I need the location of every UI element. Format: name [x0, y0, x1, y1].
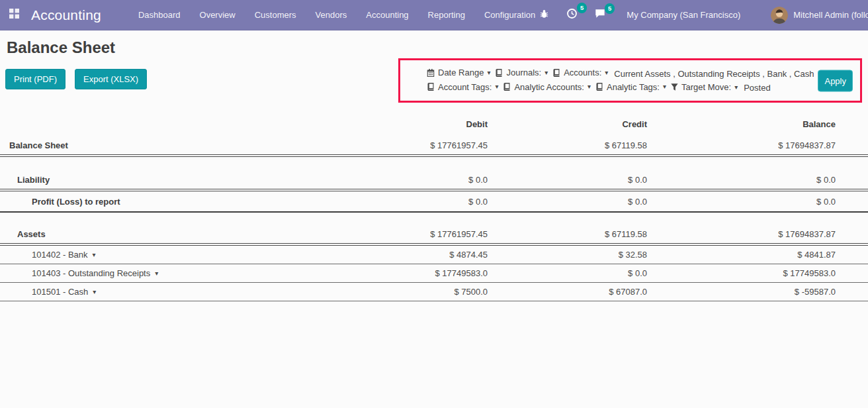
credit-cell: $ 32.58: [488, 250, 647, 260]
user-menu[interactable]: Mitchell Admin (followup): [771, 7, 868, 24]
debit-cell: $ 17761957.45: [402, 229, 488, 239]
credit-cell: $ 0.0: [488, 197, 647, 207]
user-name: Mitchell Admin (followup): [793, 10, 868, 20]
credit-cell: $ 67119.58: [488, 140, 647, 150]
table-spacer-row: [0, 213, 868, 225]
filter-target-move[interactable]: Target Move:▾: [671, 81, 738, 94]
nav-item-accounting[interactable]: Accounting: [366, 10, 408, 20]
filter-selected-value: Posted: [744, 83, 770, 93]
table-row: Assets$ 17761957.45$ 67119.58$ 17694837.…: [0, 225, 868, 246]
filter-label: Target Move:: [681, 81, 731, 94]
filter-options: Date Range▾Journals:▾Accounts:▾Current A…: [400, 66, 797, 95]
credit-cell: $ 0.0: [488, 268, 647, 278]
row-name-cell: 101403 - Outstanding Receipts▾: [0, 268, 402, 278]
debit-cell: $ 0.0: [402, 175, 488, 185]
filter-accounts[interactable]: Accounts:▾: [552, 66, 608, 79]
filter-label: Analytic Accounts:: [514, 81, 584, 94]
account-line-toggle[interactable]: 101403 - Outstanding Receipts▾: [32, 268, 158, 278]
book-icon: [552, 69, 560, 77]
account-line-label: 101402 - Bank: [32, 250, 88, 260]
book-icon: [495, 69, 503, 77]
balance-sheet-table: Debit Credit Balance Balance Sheet$ 1776…: [0, 112, 868, 301]
report-filter-bar: Date Range▾Journals:▾Accounts:▾Current A…: [400, 60, 860, 101]
row-name-cell: Liability: [0, 175, 402, 185]
row-name-cell: 101402 - Bank▾: [0, 250, 402, 260]
print-pdf-button[interactable]: Print (PDF): [5, 69, 65, 89]
export-xlsx-button[interactable]: Export (XLSX): [75, 69, 147, 89]
table-spacer-row: [0, 157, 868, 170]
row-name-cell: Profit (Loss) to report: [0, 197, 402, 207]
credit-cell: $ 67119.58: [488, 229, 647, 239]
book-icon: [595, 83, 603, 91]
header-balance: Balance: [647, 119, 836, 129]
activities-badge: 5: [577, 3, 587, 13]
filter-label: Analytic Tags:: [607, 81, 660, 94]
nav-item-vendors[interactable]: Vendors: [316, 10, 347, 20]
debug-button[interactable]: [535, 7, 553, 23]
table-row: 101402 - Bank▾$ 4874.45$ 32.58$ 4841.87: [0, 246, 868, 264]
book-icon: [427, 83, 435, 91]
account-line-label: 101403 - Outstanding Receipts: [32, 268, 150, 278]
calendar-icon: [427, 69, 435, 77]
caret-down-icon: ▾: [587, 83, 591, 90]
user-avatar: [771, 7, 788, 24]
nav-item-customers[interactable]: Customers: [255, 10, 296, 20]
filter-label: Accounts:: [564, 66, 601, 79]
caret-down-icon: ▾: [495, 83, 498, 90]
section-label: Profit (Loss) to report: [32, 197, 120, 207]
caret-down-icon: ▾: [734, 84, 738, 91]
apply-button[interactable]: Apply: [818, 70, 853, 91]
filter-analytic-accounts[interactable]: Analytic Accounts:▾: [503, 81, 591, 94]
filter-analytic-tags[interactable]: Analytic Tags:▾: [595, 81, 666, 94]
filter-account-tags[interactable]: Account Tags:▾: [427, 81, 498, 94]
caret-down-icon: ▾: [605, 70, 608, 76]
balance-cell: $ 17694837.87: [647, 229, 836, 239]
clock-icon: [566, 8, 578, 22]
nav-item-configuration[interactable]: Configuration: [484, 10, 535, 20]
caret-down-icon: ▾: [93, 252, 96, 258]
app-name[interactable]: Accounting: [31, 7, 101, 23]
balance-cell: $ 17694837.87: [647, 140, 836, 150]
debit-cell: $ 17761957.45: [402, 140, 488, 150]
debit-cell: $ 4874.45: [402, 250, 488, 260]
messages-button[interactable]: 5: [591, 7, 609, 23]
apps-menu-button[interactable]: [9, 9, 19, 21]
messages-badge: 5: [605, 3, 615, 14]
row-name-cell: Balance Sheet: [0, 140, 402, 150]
apps-grid-icon: [9, 9, 19, 21]
caret-down-icon: ▾: [544, 70, 548, 76]
table-header-row: Debit Credit Balance: [0, 112, 868, 136]
account-line-toggle[interactable]: 101501 - Cash▾: [32, 287, 96, 297]
nav-item-overview[interactable]: Overview: [200, 10, 236, 20]
account-line-label: 101501 - Cash: [32, 287, 88, 297]
filter-label: Date Range: [438, 66, 484, 79]
activities-button[interactable]: 5: [562, 7, 582, 23]
table-row: Profit (Loss) to report$ 0.0$ 0.0$ 0.0: [0, 191, 868, 213]
table-row: Balance Sheet$ 17761957.45$ 67119.58$ 17…: [0, 136, 868, 157]
top-navbar: Accounting DashboardOverviewCustomersVen…: [0, 0, 868, 30]
header-debit: Debit: [402, 119, 488, 129]
table-row: 101403 - Outstanding Receipts▾$ 17749583…: [0, 264, 868, 283]
funnel-icon: [671, 83, 678, 91]
caret-down-icon: ▾: [155, 270, 158, 277]
page-title: Balance Sheet: [7, 38, 868, 58]
caret-down-icon: ▾: [663, 83, 666, 90]
account-line-toggle[interactable]: 101402 - Bank▾: [32, 250, 96, 260]
filter-line: Date Range▾Journals:▾Accounts:▾Current A…: [427, 66, 797, 80]
company-switcher[interactable]: My Company (San Francisco): [627, 10, 740, 20]
filter-label: Account Tags:: [438, 81, 492, 94]
debit-cell: $ 7500.0: [402, 287, 488, 297]
header-credit: Credit: [488, 119, 647, 129]
filter-date-range[interactable]: Date Range▾: [427, 66, 490, 79]
row-name-cell: 101501 - Cash▾: [0, 287, 402, 297]
section-label: Balance Sheet: [9, 140, 68, 150]
bug-icon: [539, 9, 549, 22]
nav-item-dashboard[interactable]: Dashboard: [138, 10, 181, 20]
section-label: Liability: [17, 175, 50, 185]
section-label: Assets: [17, 229, 46, 239]
book-icon: [503, 83, 511, 91]
chat-icon: [595, 9, 605, 21]
nav-item-reporting[interactable]: Reporting: [428, 10, 465, 20]
filter-journals[interactable]: Journals:▾: [495, 66, 548, 79]
balance-cell: $ 0.0: [647, 197, 836, 207]
